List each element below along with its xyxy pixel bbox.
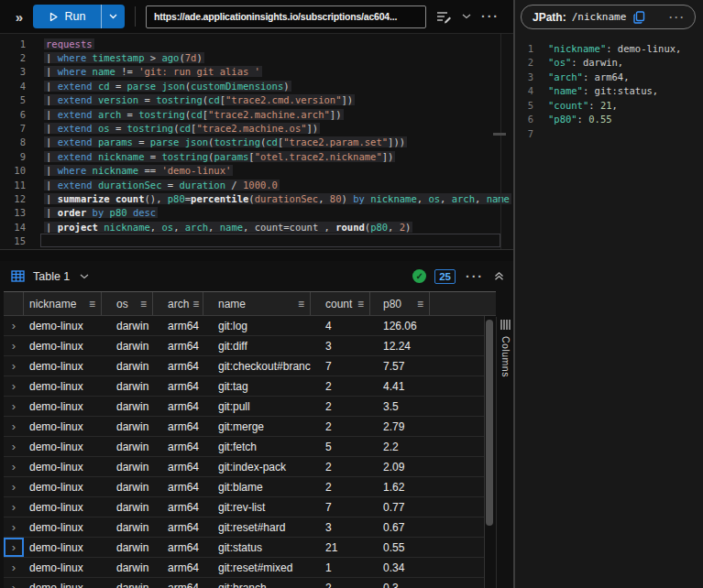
- table-row[interactable]: ›demo-linuxdarwinarm64git:blame21.62: [4, 477, 484, 497]
- json-line: 5"count": 21,: [515, 98, 703, 113]
- code-token: tostring: [214, 136, 260, 147]
- column-menu-icon[interactable]: ≡: [140, 298, 147, 310]
- cell-arch: arm64: [153, 320, 203, 332]
- panel-resize-handle[interactable]: [0, 249, 513, 261]
- copy-button[interactable]: [633, 11, 645, 24]
- table-row[interactable]: ›demo-linuxdarwinarm64git:reset#hard30.6…: [4, 517, 484, 538]
- cell-os: darwin: [102, 340, 153, 353]
- results-overflow-button[interactable]: ···: [466, 270, 484, 283]
- format-query-button[interactable]: [436, 10, 452, 24]
- code-text: | extend nickname = tostring(params["ote…: [44, 151, 395, 162]
- columns-tab[interactable]: Columns: [499, 320, 512, 377]
- table-row[interactable]: ›demo-linuxdarwinarm64git:diff312.24: [4, 336, 484, 356]
- row-expander-icon[interactable]: ›: [4, 561, 24, 573]
- line-number: 5: [0, 94, 26, 105]
- code-token: ago: [161, 52, 179, 63]
- code-line[interactable]: 7| extend os = tostring(cd["trace2.machi…: [0, 121, 513, 135]
- row-expander-icon[interactable]: ›: [4, 320, 24, 332]
- row-expander-icon[interactable]: ›: [4, 420, 24, 432]
- json-line: 4"name": git:status,: [515, 84, 703, 99]
- editor-scrollbar-thumb[interactable]: [493, 133, 506, 136]
- code-line[interactable]: 13| order by p80 desc: [0, 206, 513, 220]
- grid-body: ›demo-linuxdarwinarm64git:log4126.06›dem…: [4, 316, 485, 588]
- row-expander-icon[interactable]: ›: [4, 582, 24, 588]
- code-line[interactable]: 12| summarize count(), p80=percentile(du…: [0, 191, 513, 205]
- row-expander-icon[interactable]: ›: [4, 461, 24, 473]
- row-expander-icon[interactable]: ›: [4, 521, 24, 533]
- cell-arch: arm64: [153, 380, 203, 393]
- column-menu-icon[interactable]: ≡: [298, 298, 304, 310]
- json-preview[interactable]: 1"nickname": demo-linux,2"os": darwin,3"…: [515, 41, 703, 141]
- json-line: 1"nickname": demo-linux,: [515, 41, 703, 56]
- code-line[interactable]: 9| extend nickname = tostring(params["ot…: [0, 149, 513, 163]
- row-expander-icon[interactable]: ›: [4, 501, 24, 513]
- run-button[interactable]: Run: [33, 5, 101, 28]
- column-menu-icon[interactable]: ≡: [357, 298, 364, 310]
- code-line[interactable]: 10| where nickname == 'demo-linux': [0, 164, 513, 178]
- table-row[interactable]: ›demo-linuxdarwinarm64git:pull23.5: [4, 397, 484, 417]
- code-line[interactable]: 15: [0, 234, 513, 247]
- chevron-down-icon: [462, 14, 471, 19]
- column-header-p80[interactable]: p80≡: [370, 292, 430, 315]
- code-token: where: [58, 66, 87, 77]
- column-header-nickname[interactable]: nickname≡: [24, 292, 102, 315]
- table-row[interactable]: ›demo-linuxdarwinarm64git:fetch52.2: [4, 437, 484, 457]
- url-input[interactable]: https://ade.applicationinsights.io/subsc…: [146, 5, 426, 28]
- code-token: =: [161, 180, 179, 191]
- table-row[interactable]: ›demo-linuxdarwinarm64git:status210.55: [4, 538, 484, 558]
- table-row[interactable]: ›demo-linuxdarwinarm64git:index-pack22.0…: [4, 457, 484, 477]
- code-line[interactable]: 2| where timestamp > ago(7d): [0, 50, 513, 64]
- column-header-arch[interactable]: arch≡: [153, 292, 203, 315]
- code-text: | extend cd = parse_json(customDimension…: [44, 81, 291, 92]
- column-menu-icon[interactable]: ≡: [192, 298, 199, 310]
- line-number: 10: [0, 165, 26, 176]
- toolbar-overflow-button[interactable]: ···: [481, 10, 500, 23]
- column-header-count[interactable]: count≡: [311, 292, 370, 315]
- row-expander-icon[interactable]: ›: [4, 538, 24, 557]
- toolbar-chevron-button[interactable]: [462, 14, 471, 19]
- code-line[interactable]: 3| where name != 'git:_run_git_alias_': [0, 65, 513, 79]
- line-number: 2: [521, 57, 533, 68]
- code-line[interactable]: 5| extend version = tostring(cd["trace2.…: [0, 93, 513, 107]
- row-expander-icon[interactable]: ›: [4, 360, 24, 372]
- row-expander-icon[interactable]: ›: [4, 340, 24, 352]
- jpath-overflow-button[interactable]: ···: [669, 12, 686, 23]
- row-expander-icon[interactable]: ›: [4, 380, 24, 392]
- table-selector[interactable]: Table 1: [33, 270, 70, 283]
- table-row[interactable]: ›demo-linuxdarwinarm64git:reset#mixed10.…: [4, 558, 484, 578]
- row-limit-badge[interactable]: 25: [434, 269, 456, 284]
- column-header-name[interactable]: name≡: [203, 292, 311, 315]
- table-row[interactable]: ›demo-linuxdarwinarm64git:log4126.06: [4, 316, 484, 336]
- column-menu-icon[interactable]: ≡: [417, 298, 423, 310]
- table-row[interactable]: ›demo-linuxdarwinarm64git:merge22.79: [4, 417, 484, 437]
- run-dropdown-button[interactable]: [102, 5, 125, 28]
- table-row[interactable]: ›demo-linuxdarwinarm64git:branch20.3: [4, 578, 484, 588]
- code-token: : demo-linux,: [606, 43, 681, 54]
- code-line[interactable]: 1requests: [0, 37, 513, 50]
- table-selector-chevron[interactable]: [80, 274, 89, 279]
- row-expander-icon[interactable]: ›: [4, 481, 24, 493]
- table-row[interactable]: ›demo-linuxdarwinarm64git:rev-list70.77: [4, 497, 484, 517]
- code-line[interactable]: 8| extend params = parse_json(tostring(c…: [0, 136, 513, 149]
- table-row[interactable]: ›demo-linuxdarwinarm64git:tag24.41: [4, 376, 484, 397]
- column-header-os[interactable]: os≡: [102, 292, 153, 315]
- cell-os: darwin: [102, 541, 153, 554]
- line-content: | extend version = tostring(cd["trace2.c…: [44, 94, 355, 105]
- cell-p80: 12.24: [370, 340, 430, 353]
- column-menu-icon[interactable]: ≡: [89, 298, 95, 310]
- grid-scrollbar-thumb[interactable]: [486, 320, 493, 526]
- row-expander-icon[interactable]: ›: [4, 400, 24, 412]
- code-line[interactable]: 4| extend cd = parse_json(customDimensio…: [0, 79, 513, 93]
- code-line[interactable]: 11| extend durationSec = duration / 1000…: [0, 178, 513, 191]
- json-line: 2"os": darwin,: [515, 56, 703, 71]
- code-line[interactable]: 6| extend arch = tostring(cd["trace2.mac…: [0, 107, 513, 121]
- row-expander-icon[interactable]: ›: [4, 441, 24, 452]
- table-row[interactable]: ›demo-linuxdarwinarm64git:checkout#branc…: [4, 356, 484, 376]
- code-token: 'demo-linux': [161, 165, 231, 176]
- code-text: | project nickname, os, arch, name, coun…: [44, 222, 412, 233]
- collapse-results-button[interactable]: [494, 271, 504, 281]
- query-editor[interactable]: 1requests2| where timestamp > ago(7d)3| …: [0, 34, 513, 249]
- code-token: 7d: [185, 52, 197, 63]
- code-line[interactable]: 14| project nickname, os, arch, name, co…: [0, 220, 513, 234]
- expand-panel-icon[interactable]: »: [9, 9, 29, 25]
